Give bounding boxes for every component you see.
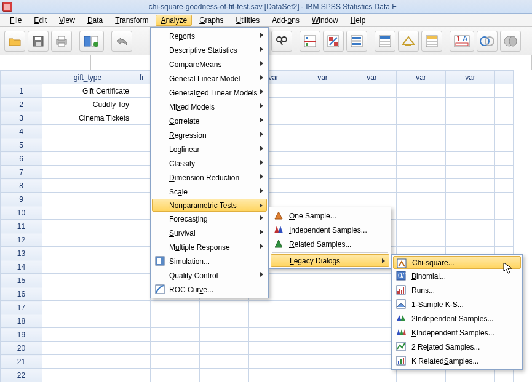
menu-item-binomial[interactable]: 0/1Binomial... [393, 269, 521, 283]
row-header[interactable]: 16 [1, 287, 42, 301]
recall-dialog-button[interactable] [79, 31, 104, 52]
spellcheck-button[interactable] [477, 31, 498, 52]
cell-gift-type[interactable] [42, 274, 133, 287]
menu-item-mixed-models[interactable]: Mixed Models [152, 100, 267, 114]
row-header[interactable]: 5 [1, 138, 42, 152]
column-header-gift-type[interactable]: gift_type [42, 71, 133, 84]
cell-empty[interactable] [249, 314, 298, 328]
cell-empty[interactable] [347, 369, 397, 382]
menu-item-reports[interactable]: Reports [152, 29, 267, 43]
row-header[interactable]: 15 [1, 274, 42, 287]
row-header[interactable]: 22 [1, 369, 42, 382]
cell-empty[interactable] [200, 369, 249, 382]
cell-frequency[interactable] [133, 125, 151, 138]
cell-empty[interactable] [397, 125, 446, 138]
cell-empty[interactable] [298, 355, 347, 369]
cell-gift-type[interactable] [42, 369, 133, 382]
cell-empty[interactable] [249, 355, 298, 369]
cell-frequency[interactable] [133, 247, 151, 260]
cell-empty[interactable] [298, 328, 347, 342]
row-header[interactable]: 11 [1, 220, 42, 233]
cell-empty[interactable] [446, 152, 495, 166]
column-header-var[interactable]: var [298, 71, 347, 84]
cell-gift-type[interactable] [42, 260, 133, 274]
cell-empty[interactable] [347, 138, 397, 152]
cell-empty[interactable] [397, 206, 446, 220]
cell-empty[interactable] [151, 301, 200, 314]
cell-empty[interactable] [200, 314, 249, 328]
cell-frequency[interactable] [133, 152, 151, 166]
column-header-var[interactable]: var [446, 71, 495, 84]
cell-gift-type[interactable] [42, 355, 133, 369]
menu-item-quality-control[interactable]: Quality Control [152, 268, 267, 282]
cell-empty[interactable] [495, 138, 514, 152]
cell-empty[interactable] [397, 138, 446, 152]
cell-empty[interactable] [298, 193, 347, 206]
cell-empty[interactable] [298, 301, 347, 314]
cell-empty[interactable] [397, 166, 446, 179]
save-button[interactable] [28, 31, 49, 52]
cell-empty[interactable] [446, 193, 495, 206]
cell-empty[interactable] [446, 369, 495, 382]
customize-toolbar-button[interactable] [500, 31, 521, 52]
cell-gift-type[interactable] [42, 287, 133, 301]
row-header[interactable]: 4 [1, 125, 42, 138]
cell-empty[interactable] [347, 314, 397, 328]
cell-empty[interactable] [200, 342, 249, 355]
cell-empty[interactable] [298, 84, 347, 98]
cell-gift-type[interactable] [42, 220, 133, 233]
cell-empty[interactable] [347, 274, 397, 287]
cell-empty[interactable] [446, 111, 495, 125]
split-file-button[interactable] [300, 31, 320, 52]
cell-frequency[interactable] [133, 301, 151, 314]
cell-empty[interactable] [200, 355, 249, 369]
cell-empty[interactable] [446, 206, 495, 220]
menu-item-legacy-dialogs[interactable]: Legacy Dialogs [271, 254, 389, 267]
cell-empty[interactable] [495, 152, 514, 166]
menu-item-one-sample[interactable]: One Sample... [271, 209, 389, 223]
cell-empty[interactable] [347, 355, 397, 369]
row-header[interactable]: 17 [1, 301, 42, 314]
cell-empty[interactable] [446, 233, 495, 247]
cell-empty[interactable] [495, 233, 514, 247]
cell-frequency[interactable] [133, 260, 151, 274]
cell-frequency[interactable] [133, 369, 151, 382]
cell-frequency[interactable] [133, 206, 151, 220]
cell-empty[interactable] [298, 287, 347, 301]
cell-empty[interactable] [151, 328, 200, 342]
cell-empty[interactable] [298, 179, 347, 193]
menu-item-correlate[interactable]: Correlate [152, 114, 267, 128]
cell-gift-type[interactable] [42, 301, 133, 314]
cell-empty[interactable] [298, 111, 347, 125]
cell-frequency[interactable] [133, 138, 151, 152]
cell-frequency[interactable] [133, 314, 151, 328]
row-header[interactable]: 2 [1, 98, 42, 111]
cell-empty[interactable] [347, 84, 397, 98]
cell-empty[interactable] [249, 328, 298, 342]
cell-empty[interactable] [347, 179, 397, 193]
cell-empty[interactable] [347, 328, 397, 342]
cell-empty[interactable] [249, 301, 298, 314]
cell-empty[interactable] [397, 84, 446, 98]
row-header[interactable]: 8 [1, 179, 42, 193]
cell-empty[interactable] [397, 220, 446, 233]
cell-gift-type[interactable] [42, 328, 133, 342]
cell-empty[interactable] [347, 193, 397, 206]
cell-empty[interactable] [397, 233, 446, 247]
cell-empty[interactable] [397, 152, 446, 166]
cell-empty[interactable] [495, 98, 514, 111]
cell-gift-type[interactable] [42, 193, 133, 206]
cell-empty[interactable] [446, 125, 495, 138]
cell-frequency[interactable] [133, 355, 151, 369]
cell-empty[interactable] [495, 206, 514, 220]
cell-gift-type[interactable] [42, 179, 133, 193]
cell-empty[interactable] [347, 287, 397, 301]
cell-empty[interactable] [151, 369, 200, 382]
cell-empty[interactable] [347, 152, 397, 166]
column-header-frequency[interactable]: fr [133, 71, 151, 84]
row-header[interactable]: 9 [1, 193, 42, 206]
row-header[interactable]: 14 [1, 260, 42, 274]
column-header-var[interactable] [495, 71, 514, 84]
cell-empty[interactable] [347, 111, 397, 125]
cell-empty[interactable] [446, 138, 495, 152]
